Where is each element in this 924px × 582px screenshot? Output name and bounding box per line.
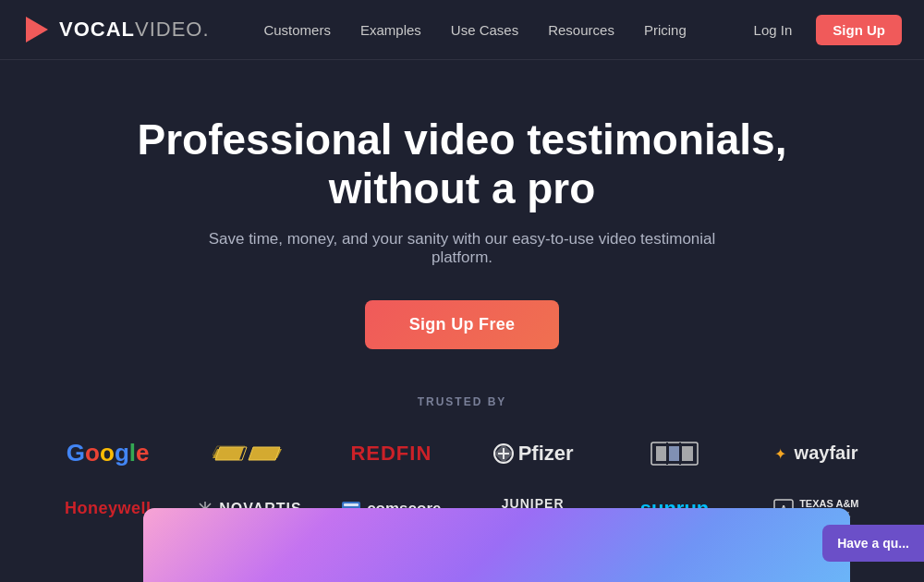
bottom-banner	[143, 508, 850, 582]
logo-pfizer: Pfizer	[492, 430, 574, 477]
trusted-label: TRUSTED BY	[418, 395, 507, 408]
play-icon	[22, 15, 52, 44]
nav-customers[interactable]: Customers	[263, 22, 331, 38]
login-button[interactable]: Log In	[741, 15, 806, 45]
svg-marker-0	[26, 17, 48, 42]
hero-title: Professional video testimonials, without…	[92, 115, 832, 213]
chevrolet-bowtie-icon	[213, 435, 286, 472]
navbar: VOCALVIDEO. Customers Examples Use Cases…	[0, 0, 924, 60]
hero-section: Professional video testimonials, without…	[0, 60, 924, 377]
logo-honeywell: Honeywell	[65, 486, 152, 532]
logo-google: Google	[67, 430, 150, 477]
logo-cadillac	[638, 430, 711, 477]
pfizer-icon	[492, 443, 515, 465]
svg-rect-7	[656, 446, 667, 461]
signup-nav-button[interactable]: Sign Up	[816, 15, 902, 45]
logo-chevrolet	[213, 430, 286, 477]
svg-rect-8	[669, 446, 680, 461]
nav-resources[interactable]: Resources	[548, 22, 614, 38]
logo-text: VOCALVIDEO.	[59, 18, 210, 42]
logo-area: VOCALVIDEO.	[22, 15, 210, 44]
nav-examples[interactable]: Examples	[360, 22, 421, 38]
nav-links: Customers Examples Use Cases Resources P…	[263, 22, 686, 38]
hero-subtitle: Save time, money, and your sanity with o…	[194, 230, 730, 267]
cadillac-icon	[638, 435, 711, 472]
have-question-button[interactable]: Have a qu...	[822, 525, 924, 562]
svg-rect-9	[682, 446, 693, 461]
signup-hero-button[interactable]: Sign Up Free	[365, 300, 560, 349]
navbar-actions: Log In Sign Up	[741, 15, 902, 45]
logo-wayfair: ✦ wayfair	[774, 430, 857, 477]
logo-redfin: REDFIN	[350, 430, 432, 477]
nav-use-cases[interactable]: Use Cases	[451, 22, 518, 38]
nav-pricing[interactable]: Pricing	[644, 22, 687, 38]
svg-rect-13	[344, 503, 359, 506]
